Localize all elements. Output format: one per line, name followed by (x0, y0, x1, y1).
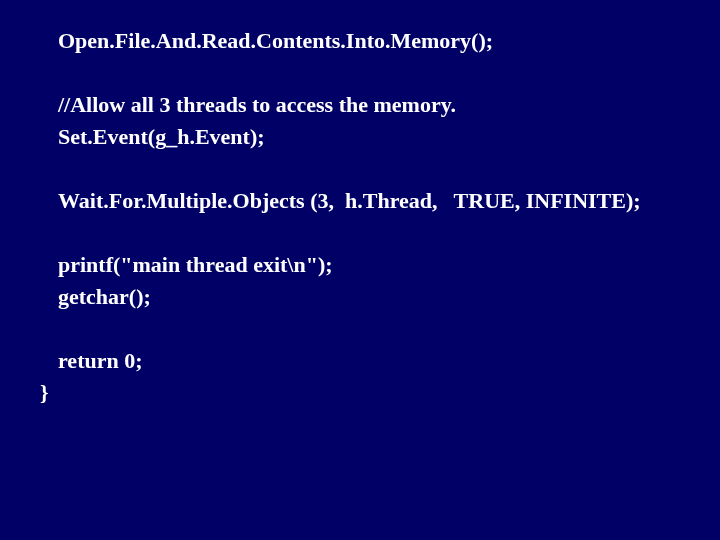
code-line-5: printf("main thread exit\n"); (58, 249, 680, 281)
code-line-8: } (40, 377, 680, 409)
code-block: Open.File.And.Read.Contents.Into.Memory(… (58, 25, 680, 377)
code-line-3: Set.Event(g_h.Event); (58, 121, 680, 153)
code-line-4: Wait.For.Multiple.Objects (3, h.Thread, … (58, 185, 680, 217)
blank-line (58, 57, 680, 89)
code-line-6: getchar(); (58, 281, 680, 313)
code-line-7: return 0; (58, 345, 680, 377)
blank-line (58, 217, 680, 249)
blank-line (58, 153, 680, 185)
blank-line (58, 313, 680, 345)
code-line-1: Open.File.And.Read.Contents.Into.Memory(… (58, 25, 680, 57)
code-slide: Open.File.And.Read.Contents.Into.Memory(… (0, 0, 720, 540)
code-line-2: //Allow all 3 threads to access the memo… (58, 89, 680, 121)
